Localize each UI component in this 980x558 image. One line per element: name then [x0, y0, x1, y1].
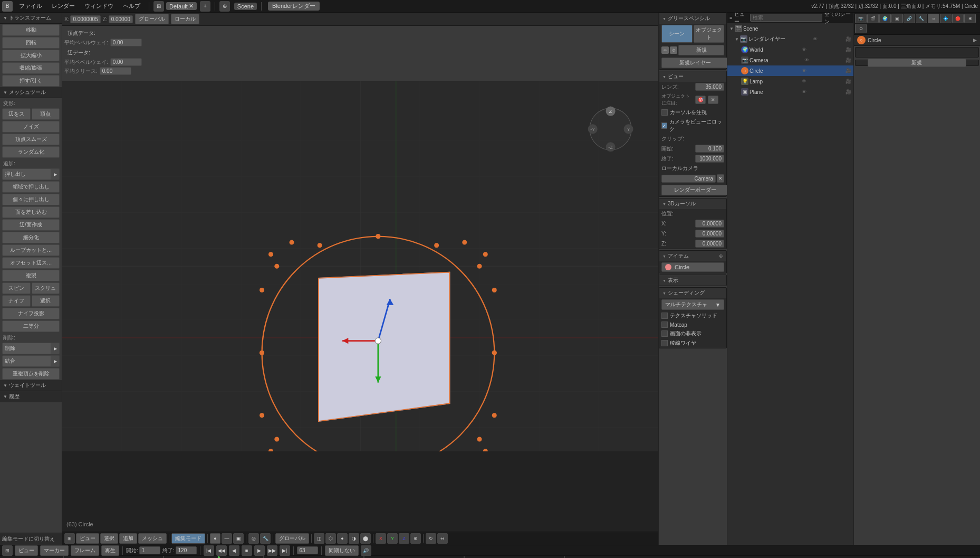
btn-extrude-arrow[interactable]: ▶ — [51, 168, 60, 180]
grease-settings-icon[interactable]: ⚙ — [670, 46, 677, 54]
btn-stop[interactable]: ■ — [242, 545, 252, 556]
viewport-area-icon[interactable]: ⊞ — [64, 533, 75, 544]
btn-props-new[interactable]: 新規 — [868, 59, 966, 67]
xray-icon[interactable]: ◫ — [314, 533, 324, 544]
btn-global[interactable]: グローバル — [275, 533, 309, 544]
transform-section-header[interactable]: トランスフォーム — [0, 13, 62, 24]
tree-scene[interactable]: ▼ 🎬 Scene — [727, 23, 853, 34]
btn-spin[interactable]: スピン — [2, 282, 31, 294]
edge-mode-icon[interactable]: — — [222, 533, 232, 544]
wire-edge-label[interactable]: 稜線ワイヤ — [670, 339, 696, 347]
btn-grease-object[interactable]: オブジェクト — [694, 25, 725, 43]
backface-checkbox[interactable] — [661, 330, 668, 337]
btn-offset-edge[interactable]: オフセット辺ス… — [2, 257, 60, 269]
tab-render[interactable]: 📷 — [855, 14, 867, 23]
btn-view-menu[interactable]: ビュー — [76, 533, 99, 544]
menu-file[interactable]: ファイル — [15, 1, 46, 11]
camera-cam-icon[interactable]: 🎥 — [846, 58, 851, 63]
btn-step-fwd[interactable]: ▶▶ — [267, 545, 277, 556]
btn-scale[interactable]: 拡大縮小 — [2, 50, 60, 61]
btn-rotate[interactable]: 回転 — [2, 37, 60, 49]
avg-crease-field[interactable]: 0.00 — [100, 67, 131, 75]
btn-edge[interactable]: 辺をス — [2, 108, 31, 120]
obj-focus-clear-btn[interactable]: ✕ — [708, 96, 718, 104]
btn-step-back[interactable]: ◀◀ — [216, 545, 227, 556]
render-icon[interactable]: ⬤ — [360, 533, 371, 544]
render-layer-eye-icon[interactable]: 👁 — [813, 36, 818, 42]
outliner-search[interactable] — [750, 14, 822, 22]
rotate-manip-icon[interactable]: ↻ — [426, 533, 436, 544]
face-mode-icon[interactable]: ▣ — [233, 533, 244, 544]
item-expand-icon[interactable]: ⊕ — [719, 253, 723, 259]
engine-selector[interactable]: Blenderレンダー — [268, 2, 320, 11]
tab-modifier[interactable]: 🔧 — [916, 14, 927, 23]
material-icon[interactable]: ◑ — [349, 533, 359, 544]
cursor-y-field[interactable]: 0.00000 — [695, 230, 724, 238]
cam-cursor-checkbox[interactable] — [661, 109, 668, 116]
tab-scene[interactable]: 🎬 — [867, 14, 879, 23]
manip-z-icon[interactable]: Z — [399, 533, 409, 544]
lock-cam-checkbox[interactable] — [661, 122, 667, 129]
cam-cursor-label[interactable]: カーソルを注視 — [670, 109, 707, 116]
btn-move[interactable]: 移動 — [2, 24, 60, 36]
btn-delete-arrow[interactable]: ▶ — [51, 343, 60, 354]
tab-data[interactable]: ○ — [928, 14, 939, 23]
add-screen-icon[interactable]: + — [200, 1, 210, 12]
cursor-x-field[interactable]: 0.00000 — [695, 220, 724, 228]
manip-all-icon[interactable]: ⊕ — [410, 533, 421, 544]
edit-mode-toggle[interactable]: 編集モードに切り替え — [0, 533, 62, 545]
btn-remove-doubles[interactable]: 重複頂点を削除 — [2, 368, 60, 380]
tab-constraints[interactable]: 🔗 — [904, 14, 915, 23]
weight-section-header[interactable]: ウェイトツール — [0, 380, 62, 391]
btn-jump-start[interactable]: |◀ — [204, 545, 214, 556]
btn-knife-proj[interactable]: ナイフ投影 — [2, 308, 60, 319]
btn-loopcut[interactable]: ループカットと… — [2, 244, 60, 256]
cursor-header[interactable]: 3Dカーソル — [659, 198, 726, 209]
tree-plane[interactable]: ▣ Plane 👁 🎥 — [727, 87, 853, 97]
grease-pencil-icon[interactable]: ✏ — [661, 46, 669, 54]
btn-grease-new-layer[interactable]: 新規レイヤー — [661, 58, 727, 68]
btn-shrink[interactable]: 収縮/膨張 — [2, 62, 60, 74]
btn-sync[interactable]: 同期しない — [325, 545, 359, 556]
audio-icon[interactable]: 🔊 — [361, 545, 371, 556]
btn-jump-end[interactable]: ▶| — [280, 545, 290, 556]
solid-icon[interactable]: ● — [337, 533, 348, 544]
render-layer-cam-icon[interactable]: 🎥 — [846, 36, 851, 42]
z-field[interactable]: 0.00000 — [109, 15, 133, 23]
btn-vertex[interactable]: 頂点 — [32, 108, 60, 120]
avg-bevel-edge-field[interactable]: 0.00 — [110, 58, 142, 66]
btn-local-top[interactable]: ローカル — [171, 14, 199, 24]
world-eye-icon[interactable]: 👁 — [802, 47, 806, 52]
btn-vert-smooth[interactable]: 頂点スムーズ — [2, 134, 60, 145]
history-section-header[interactable]: 履歴 — [0, 391, 62, 402]
btn-tl-marker[interactable]: マーカー — [40, 545, 69, 556]
viewport-3d[interactable]: ユーザー - 透視投影 — [62, 81, 658, 532]
circle-cam-icon[interactable]: 🎥 — [846, 68, 851, 73]
world-cam-icon[interactable]: 🎥 — [846, 47, 851, 52]
shading-header[interactable]: シェーディング — [659, 288, 726, 298]
tree-render-layer[interactable]: ▼ 📷 レンダレイヤー 👁 🎥 — [727, 34, 853, 44]
btn-noise[interactable]: ノイズ — [2, 121, 60, 133]
btn-merge[interactable]: 結合 — [2, 355, 51, 367]
manip-y-icon[interactable]: Y — [387, 533, 398, 544]
obj-focus-btn[interactable]: 🎯 — [695, 96, 706, 104]
local-cam-field[interactable]: Camera — [661, 175, 716, 183]
x-field[interactable]: 0.0000005 — [70, 15, 100, 23]
btn-grease-scene[interactable]: シーン — [661, 25, 693, 43]
tab-object[interactable]: ▣ — [891, 14, 903, 23]
clip-end-field[interactable]: 1000.000 — [695, 155, 724, 163]
btn-grease-new[interactable]: 新規 — [678, 45, 724, 55]
item-header[interactable]: アイテム ⊕ — [659, 251, 726, 261]
btn-tl-view[interactable]: ビュー — [15, 545, 38, 556]
btn-merge-arrow[interactable]: ▶ — [51, 355, 60, 367]
tl-end-field[interactable]: 120 — [176, 546, 197, 554]
btn-mesh-menu[interactable]: メッシュ — [138, 533, 167, 544]
clip-start-field[interactable]: 0.100 — [695, 145, 724, 153]
tree-lamp[interactable]: 💡 Lamp 👁 🎥 — [727, 76, 853, 87]
mesh-tools-header[interactable]: メッシュツール — [0, 87, 62, 98]
btn-edit-mode[interactable]: 編集モード — [171, 533, 205, 544]
lamp-cam-icon[interactable]: 🎥 — [846, 79, 851, 84]
btn-play-back[interactable]: ◀ — [229, 545, 239, 556]
backface-label[interactable]: 画面の非表示 — [670, 330, 702, 337]
btn-extrude[interactable]: 押し出し — [2, 168, 51, 180]
